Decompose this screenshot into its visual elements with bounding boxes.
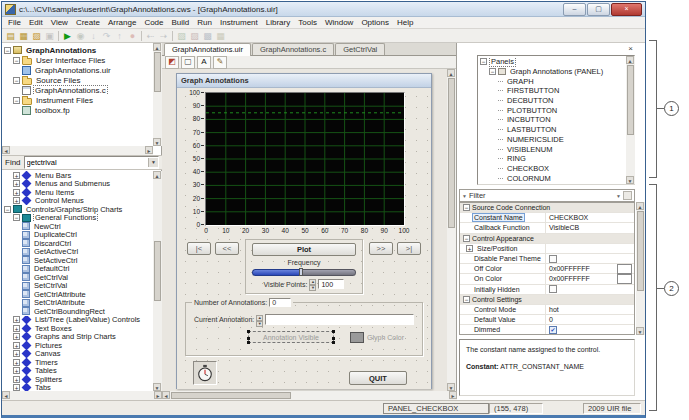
project-tree-vscrollbar[interactable]: ▲ ▼ bbox=[153, 43, 162, 146]
tree-item[interactable]: CHECKBOX bbox=[478, 164, 634, 174]
expand-icon[interactable]: + bbox=[13, 325, 20, 332]
expand-icon[interactable]: + bbox=[13, 333, 20, 340]
property-value[interactable]: CHECKBOX bbox=[549, 214, 588, 221]
spin-down-icon[interactable]: ▼ bbox=[256, 321, 263, 327]
tree-item[interactable]: SetCtrlVal bbox=[2, 282, 162, 291]
expand-icon[interactable]: + bbox=[13, 197, 20, 204]
selection-handle[interactable] bbox=[332, 330, 335, 333]
close-button[interactable]: × bbox=[611, 3, 642, 16]
menu-options[interactable]: Options bbox=[357, 18, 393, 27]
property-row[interactable]: Control Modehot bbox=[460, 305, 634, 315]
property-row[interactable]: Default Value0 bbox=[460, 315, 634, 325]
collapse-icon[interactable]: − bbox=[463, 235, 470, 242]
edit-tool-icon[interactable]: ✎ bbox=[213, 56, 227, 69]
visible-points-value[interactable]: 100 bbox=[318, 279, 344, 289]
scroll-thumb[interactable] bbox=[637, 211, 644, 291]
new-workspace-icon[interactable]: ▦ bbox=[17, 30, 30, 42]
tree-item[interactable]: GetCtrlBoundingRect bbox=[2, 307, 162, 316]
close-icon[interactable]: × bbox=[628, 45, 633, 53]
scroll-up-icon[interactable]: ▲ bbox=[153, 43, 161, 51]
selection-handle[interactable] bbox=[247, 330, 250, 333]
tree-item[interactable]: LASTBUTTON bbox=[478, 125, 634, 135]
checkbox-icon[interactable]: ✔ bbox=[549, 326, 557, 334]
select-tool-icon[interactable]: ▢ bbox=[181, 56, 195, 69]
editor-vscrollbar[interactable]: ▲ ▼ bbox=[447, 69, 456, 391]
expand-icon[interactable]: + bbox=[13, 359, 20, 366]
tree-item[interactable]: NewCtrl bbox=[2, 222, 162, 231]
tree-item[interactable]: NUMERICSLIDE bbox=[478, 135, 634, 145]
checkbox-icon[interactable] bbox=[549, 285, 557, 293]
tree-item[interactable]: +Menu Items bbox=[2, 188, 162, 197]
scroll-right-icon[interactable]: ► bbox=[449, 391, 457, 399]
tree-item[interactable]: +Tables bbox=[2, 367, 162, 376]
menu-library[interactable]: Library bbox=[262, 18, 294, 27]
glyph-color-control[interactable]: Glyph Color bbox=[350, 332, 404, 343]
tree-item[interactable]: +Canvas bbox=[2, 350, 162, 359]
selection-handle[interactable] bbox=[332, 337, 335, 340]
project-tree-hscrollbar[interactable]: ◄ ► bbox=[2, 146, 153, 155]
menu-view[interactable]: View bbox=[47, 18, 72, 27]
tree-item[interactable]: DefaultCtrl bbox=[2, 265, 162, 274]
scroll-thumb[interactable] bbox=[154, 52, 161, 92]
expand-icon[interactable]: + bbox=[13, 342, 20, 349]
scroll-right-icon[interactable]: ► bbox=[145, 146, 153, 154]
scroll-up-icon[interactable]: ▲ bbox=[447, 69, 455, 77]
panel-title-bar[interactable]: Graph Annotations bbox=[177, 74, 431, 88]
timer-control[interactable] bbox=[193, 361, 217, 385]
property-row[interactable]: +Size/Position bbox=[460, 244, 634, 254]
property-row[interactable]: −Control Settings bbox=[460, 295, 634, 305]
tree-item[interactable]: DiscardCtrl bbox=[2, 239, 162, 248]
funnel-icon[interactable]: ▼ bbox=[616, 193, 621, 199]
plot-button[interactable]: Plot bbox=[252, 243, 356, 256]
menu-tools[interactable]: Tools bbox=[294, 18, 321, 27]
collapse-icon[interactable]: − bbox=[13, 97, 20, 104]
current-annotation-input[interactable] bbox=[265, 314, 414, 325]
expand-icon[interactable]: + bbox=[13, 376, 20, 383]
collapse-icon[interactable]: − bbox=[463, 204, 470, 211]
maximize-button[interactable]: ▢ bbox=[587, 3, 610, 16]
property-row[interactable]: −Source Code Connection bbox=[460, 203, 634, 213]
collapse-icon[interactable]: − bbox=[4, 47, 11, 54]
filter-input[interactable] bbox=[488, 190, 614, 201]
operate-tool-icon[interactable]: ◩ bbox=[165, 56, 179, 69]
property-row[interactable]: On Color0x00FFFFFF bbox=[460, 274, 634, 284]
graph-control[interactable]: 1009080706050403020100 bbox=[185, 92, 423, 226]
selection-handle[interactable] bbox=[332, 341, 335, 344]
expand-icon[interactable]: + bbox=[466, 245, 473, 252]
scroll-thumb[interactable] bbox=[171, 392, 291, 399]
next-button[interactable]: >> bbox=[369, 242, 393, 255]
tree-item[interactable]: −Panels bbox=[478, 57, 634, 67]
tree-item[interactable]: FIRSTBUTTON bbox=[478, 86, 634, 96]
menu-file[interactable]: File bbox=[4, 18, 25, 27]
menu-edit[interactable]: Edit bbox=[25, 18, 47, 27]
expand-icon[interactable]: + bbox=[13, 316, 20, 323]
property-row[interactable]: Dimmed✔ bbox=[460, 325, 634, 335]
property-row[interactable]: Off Color0x00FFFFFF bbox=[460, 264, 634, 274]
tree-item[interactable]: +Graphs and Strip Charts bbox=[2, 333, 162, 342]
expand-icon[interactable]: + bbox=[13, 367, 20, 374]
quit-button[interactable]: QUIT bbox=[349, 371, 407, 385]
menu-window[interactable]: Window bbox=[321, 18, 357, 27]
run-icon[interactable]: ▶ bbox=[61, 30, 74, 42]
tree-item[interactable]: −Source Files bbox=[2, 75, 162, 85]
tree-item[interactable]: +Timers bbox=[2, 358, 162, 367]
tree-item[interactable]: GetCtrlAttribute bbox=[2, 290, 162, 299]
collapse-icon[interactable]: − bbox=[463, 296, 470, 303]
scroll-down-icon[interactable]: ▼ bbox=[447, 383, 455, 391]
property-value[interactable]: hot bbox=[549, 306, 559, 313]
tree-item[interactable]: DECBUTTON bbox=[478, 96, 634, 106]
collapse-icon[interactable]: − bbox=[4, 206, 11, 213]
collapse-icon[interactable]: − bbox=[489, 68, 496, 75]
tab-graphannotations.c[interactable]: GraphAnnotations.c bbox=[252, 43, 334, 55]
expand-icon[interactable]: + bbox=[13, 172, 20, 179]
previous-button[interactable]: << bbox=[215, 242, 239, 255]
first-button[interactable]: |< bbox=[187, 242, 211, 255]
color-swatch[interactable] bbox=[617, 264, 632, 274]
tree-item[interactable]: COLORNUM bbox=[478, 173, 634, 183]
tree-item[interactable]: −User Interface Files bbox=[2, 55, 162, 65]
property-row[interactable]: Initially Hidden bbox=[460, 285, 634, 295]
scroll-thumb[interactable] bbox=[627, 65, 634, 135]
collapse-icon[interactable]: − bbox=[13, 214, 20, 221]
tree-item[interactable]: PLOTBUTTON bbox=[478, 105, 634, 115]
tree-item[interactable]: SetCtrlAttribute bbox=[2, 299, 162, 308]
